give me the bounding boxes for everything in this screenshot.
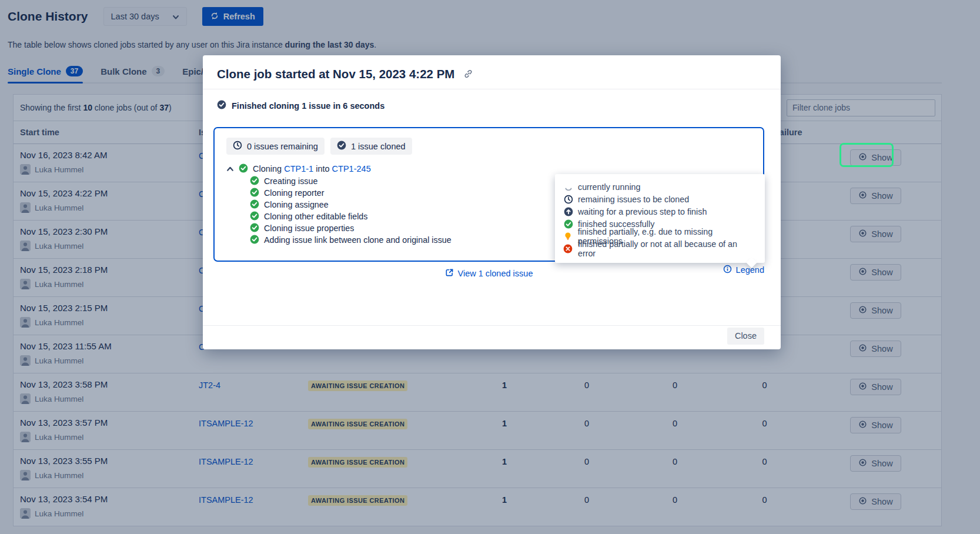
modal-title: Clone job started at Nov 15, 2023 4:22 P… bbox=[217, 67, 454, 81]
job-status-message: Finished cloning 1 issue in 6 seconds bbox=[232, 101, 384, 111]
check-icon bbox=[250, 223, 259, 234]
modal-footer: Close bbox=[203, 325, 781, 349]
external-link-icon bbox=[445, 268, 454, 279]
legend-item-label: currently running bbox=[578, 182, 641, 192]
legend-item-label: finished partially or not at all because… bbox=[578, 239, 757, 258]
check-icon bbox=[250, 211, 259, 222]
tree-step-label: Cloning reporter bbox=[264, 188, 325, 198]
tree-parent-row: Cloning CTP1-1 into CTP1-245 bbox=[226, 162, 751, 175]
clock-icon bbox=[563, 195, 573, 204]
arrow-up-circle-icon bbox=[563, 207, 573, 216]
view-cloned-issue-link[interactable]: View 1 cloned issue bbox=[445, 268, 533, 279]
legend-item: remaining issues to be cloned bbox=[563, 193, 757, 205]
check-icon bbox=[250, 176, 259, 187]
progress-chips: 0 issues remaining 1 issue cloned bbox=[226, 138, 751, 155]
tree-step-label: Cloning issue properties bbox=[264, 223, 354, 233]
job-status-row: Finished cloning 1 issue in 6 seconds bbox=[217, 100, 384, 111]
legend-popup: currently running remaining issues to be… bbox=[555, 174, 765, 263]
legend-link[interactable]: Legend bbox=[723, 265, 764, 275]
issues-remaining-chip: 0 issues remaining bbox=[226, 138, 325, 155]
check-icon bbox=[239, 163, 248, 175]
error-circle-icon bbox=[563, 244, 573, 253]
info-icon bbox=[723, 265, 732, 275]
tree-parent-label: Cloning CTP1-1 into CTP1-245 bbox=[253, 164, 371, 173]
clock-icon bbox=[233, 141, 242, 152]
tree-step-label: Cloning other editable fields bbox=[264, 212, 367, 221]
view-cloned-row: View 1 cloned issue bbox=[213, 268, 764, 279]
legend-item-label: waiting for a previous step to finish bbox=[578, 207, 707, 216]
modal-header: Clone job started at Nov 15, 2023 4:22 P… bbox=[203, 55, 781, 89]
legend-item-label: remaining issues to be cloned bbox=[578, 195, 689, 204]
target-issue-link[interactable]: CTP1-245 bbox=[332, 164, 371, 173]
check-icon bbox=[337, 141, 346, 152]
check-green-icon bbox=[563, 219, 573, 229]
copy-link-icon[interactable] bbox=[463, 69, 473, 79]
collapse-chevron-icon[interactable] bbox=[226, 165, 234, 173]
source-issue-link[interactable]: CTP1-1 bbox=[284, 164, 313, 173]
finished-check-icon bbox=[217, 100, 226, 111]
legend-item: waiting for a previous step to finish bbox=[563, 205, 757, 218]
close-button[interactable]: Close bbox=[727, 328, 764, 345]
legend-link-row: Legend bbox=[723, 265, 764, 276]
check-icon bbox=[250, 235, 259, 246]
legend-item: finished partially or not at all because… bbox=[563, 242, 757, 255]
check-icon bbox=[250, 188, 259, 199]
tree-step-label: Adding issue link between clone and orig… bbox=[264, 235, 451, 245]
spinner-icon bbox=[563, 182, 573, 192]
tree-step-label: Cloning assignee bbox=[264, 200, 329, 209]
issues-cloned-chip: 1 issue cloned bbox=[330, 138, 412, 155]
tree-step-label: Creating issue bbox=[264, 176, 317, 186]
check-icon bbox=[250, 199, 259, 211]
legend-item: currently running bbox=[563, 181, 757, 193]
bulb-icon bbox=[563, 232, 573, 241]
